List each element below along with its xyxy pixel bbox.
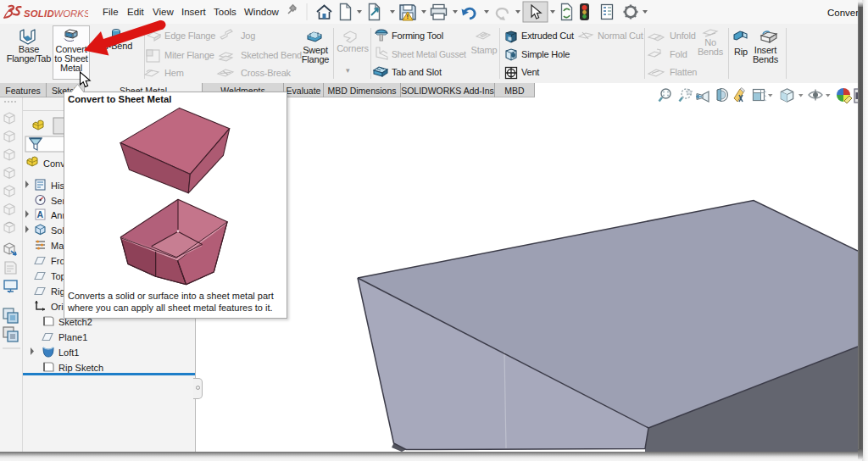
svg-text:SOLID: SOLID [24, 8, 54, 19]
svg-text:A: A [37, 209, 44, 219]
svg-text:!: ! [407, 13, 409, 20]
